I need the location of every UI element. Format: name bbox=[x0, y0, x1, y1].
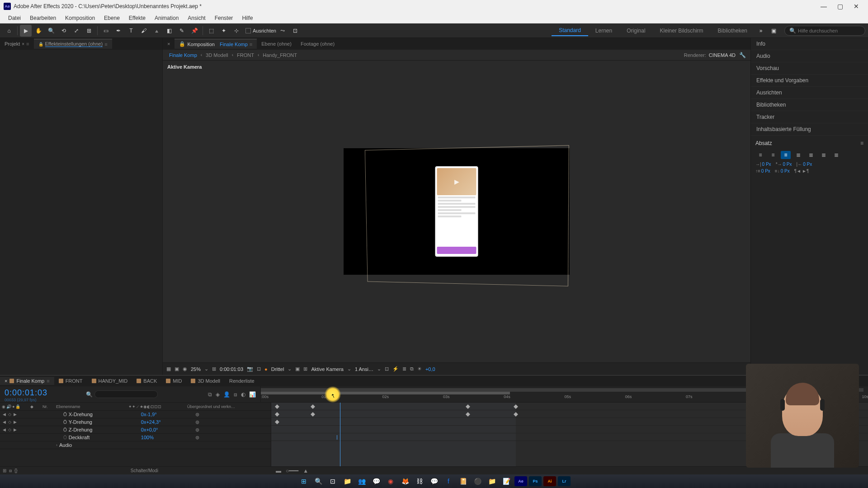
reset-exposure-icon[interactable]: ☀ bbox=[417, 366, 422, 372]
toggle-switches-icon[interactable]: {} bbox=[14, 468, 18, 473]
exposure-value[interactable]: +0,0 bbox=[425, 366, 435, 372]
chevron-down-icon[interactable]: ⌄ bbox=[347, 366, 351, 372]
help-search-input[interactable] bbox=[798, 28, 860, 33]
hand-tool-icon[interactable]: ✋ bbox=[33, 25, 44, 37]
menu-ansicht[interactable]: Ansicht bbox=[183, 15, 210, 21]
zoom-out-icon[interactable]: ▬ bbox=[276, 468, 281, 474]
zoom-tool-icon[interactable]: 🔍 bbox=[45, 25, 57, 37]
lock-icon[interactable]: 🔒 bbox=[15, 404, 20, 409]
prev-kf-icon[interactable]: ◀ bbox=[2, 420, 6, 424]
mask-icon[interactable]: ◉ bbox=[183, 366, 187, 372]
view-axis-icon[interactable]: ⊹ bbox=[231, 25, 242, 37]
stopwatch-icon[interactable]: Ö bbox=[63, 420, 67, 425]
chevron-down-icon[interactable]: ⌄ bbox=[204, 366, 208, 372]
property-row[interactable]: ◀◇▶ Ö Z-Drehung 0x+0,0° ⊚ bbox=[0, 426, 271, 434]
draft3d-icon[interactable]: ◈ bbox=[216, 391, 220, 398]
lock-icon[interactable]: 🔒 bbox=[179, 41, 185, 47]
after-effects-icon[interactable]: Ae bbox=[514, 476, 527, 486]
justify-left-icon[interactable]: ≣ bbox=[793, 151, 803, 159]
stopwatch-icon[interactable]: Ö bbox=[63, 427, 67, 432]
workspace-reset-icon[interactable]: ▣ bbox=[768, 25, 779, 37]
expression-pickwhip-icon[interactable]: ⊚ bbox=[195, 435, 199, 441]
chevron-left-icon[interactable]: ‹ bbox=[199, 52, 204, 57]
justify-center-icon[interactable]: ≣ bbox=[806, 151, 816, 159]
align-left-icon[interactable]: ≡ bbox=[755, 151, 765, 159]
eye-icon[interactable]: ◉ bbox=[2, 404, 5, 409]
add-kf-icon[interactable]: ◇ bbox=[7, 427, 12, 432]
panel-ausrichten[interactable]: Ausrichten bbox=[751, 87, 868, 99]
orbit-tool-icon[interactable]: ⟲ bbox=[58, 25, 70, 37]
crumb-4[interactable]: Handy_FRONT bbox=[261, 52, 299, 58]
panel-effekte[interactable]: Effekte und Vorgaben bbox=[751, 75, 868, 87]
show-channel-icon[interactable]: ⊡ bbox=[257, 366, 261, 372]
frame-blend-icon[interactable]: ⧈ bbox=[234, 391, 237, 398]
justify-all-icon[interactable]: ≣ bbox=[831, 151, 841, 159]
toggle-switches-icon[interactable]: ⧈ bbox=[9, 468, 12, 474]
task-view-icon[interactable]: ⊡ bbox=[326, 476, 339, 486]
composition-viewport[interactable]: Aktive Kamera bbox=[163, 61, 750, 362]
next-kf-icon[interactable]: ▶ bbox=[13, 420, 17, 424]
switches-modes-label[interactable]: Schalter/Modi bbox=[20, 468, 269, 473]
indent-left-icon[interactable]: →| bbox=[755, 162, 761, 167]
world-axis-icon[interactable]: ✦ bbox=[218, 25, 230, 37]
text-tool-icon[interactable]: T bbox=[125, 25, 137, 37]
panel-menu-icon[interactable]: ≡ bbox=[860, 140, 863, 146]
composition-tab[interactable]: 🔒 Komposition Finale Komp ≡ bbox=[175, 39, 257, 49]
timeline-tab[interactable]: MID bbox=[161, 377, 186, 385]
facebook-icon[interactable]: f bbox=[442, 476, 455, 486]
keyframe-icon[interactable] bbox=[514, 404, 518, 409]
rtl-icon[interactable]: ¶◄ bbox=[794, 169, 801, 174]
justify-right-icon[interactable]: ≣ bbox=[819, 151, 829, 159]
indent-value[interactable]: 0 Px bbox=[803, 162, 812, 167]
app-icon[interactable]: 📔 bbox=[457, 476, 469, 486]
layer-tab[interactable]: Ebene (ohne) bbox=[257, 39, 296, 48]
local-axis-icon[interactable]: ⬚ bbox=[205, 25, 217, 37]
flowchart-icon[interactable]: ⧉ bbox=[410, 366, 414, 372]
chevron-down-icon[interactable]: ⌄ bbox=[288, 366, 292, 372]
roi-icon[interactable]: ▣ bbox=[295, 366, 300, 372]
switches-icon[interactable]: ✦✦⟋★◉◐⊡⊡⊡ bbox=[128, 404, 161, 409]
selection-tool-icon[interactable]: ▶ bbox=[20, 25, 32, 37]
puppet-tool-icon[interactable]: 📌 bbox=[189, 25, 200, 37]
photoshop-icon[interactable]: Ps bbox=[529, 476, 542, 486]
add-kf-icon[interactable]: ◇ bbox=[7, 420, 12, 424]
shy-icon[interactable]: 👤 bbox=[223, 391, 230, 398]
comp-tab-close[interactable]: × bbox=[163, 39, 175, 48]
teams-icon[interactable]: 👥 bbox=[355, 476, 368, 486]
brush-tool-icon[interactable]: 🖌 bbox=[138, 25, 150, 37]
cti-playhead[interactable] bbox=[332, 391, 337, 398]
space-before-icon[interactable]: ↑≡ bbox=[755, 169, 760, 174]
views-value[interactable]: 1 Ansi… bbox=[355, 366, 373, 372]
solo-icon[interactable]: ● bbox=[12, 404, 14, 409]
chevron-left-icon[interactable]: ‹ bbox=[230, 52, 235, 57]
rotate-tool-icon[interactable]: ⤢ bbox=[71, 25, 82, 37]
resolution-value[interactable]: Drittel bbox=[271, 366, 284, 372]
lock-icon[interactable]: 🔒 bbox=[38, 42, 43, 47]
expression-pickwhip-icon[interactable]: ⊚ bbox=[195, 419, 199, 425]
twirl-icon[interactable]: › bbox=[56, 443, 57, 447]
pen-tool-icon[interactable]: ✒ bbox=[113, 25, 124, 37]
footage-tab[interactable]: Footage (ohne) bbox=[296, 39, 339, 48]
workspace-kleiner[interactable]: Kleiner Bildschirm bbox=[653, 26, 711, 36]
notepad-icon[interactable]: 📝 bbox=[500, 476, 513, 486]
keyframe-icon[interactable] bbox=[275, 420, 279, 424]
add-kf-icon[interactable]: ◇ bbox=[7, 412, 12, 417]
keyframe-icon[interactable] bbox=[311, 412, 315, 417]
menu-hilfe[interactable]: Hilfe bbox=[237, 15, 257, 21]
minimize-button[interactable]: — bbox=[816, 0, 832, 13]
crumb-3[interactable]: FRONT bbox=[235, 52, 256, 58]
clone-tool-icon[interactable]: ⟁ bbox=[151, 25, 162, 37]
motion-blur-icon[interactable]: ◐ bbox=[241, 391, 245, 398]
search-icon[interactable]: 🔍 bbox=[86, 391, 93, 398]
keyframe-icon[interactable] bbox=[275, 404, 279, 409]
timeline-tab[interactable]: FRONT bbox=[54, 377, 87, 385]
ltr-icon[interactable]: ►¶ bbox=[802, 169, 809, 174]
effect-controls-tab[interactable]: 🔒 Effekteinstellungen (ohne) ≡ bbox=[34, 39, 112, 49]
resolution-icon[interactable]: ⊞ bbox=[212, 366, 216, 372]
close-tab-icon[interactable]: × bbox=[22, 42, 24, 47]
comp-mini-flowchart-icon[interactable]: ⧉ bbox=[208, 391, 212, 398]
chevron-down-icon[interactable]: ⌄ bbox=[377, 366, 381, 372]
layer-row[interactable]: › Audio bbox=[0, 441, 271, 449]
panel-vorschau[interactable]: Vorschau bbox=[751, 62, 868, 75]
align-right-icon[interactable]: ≡ bbox=[781, 151, 791, 159]
